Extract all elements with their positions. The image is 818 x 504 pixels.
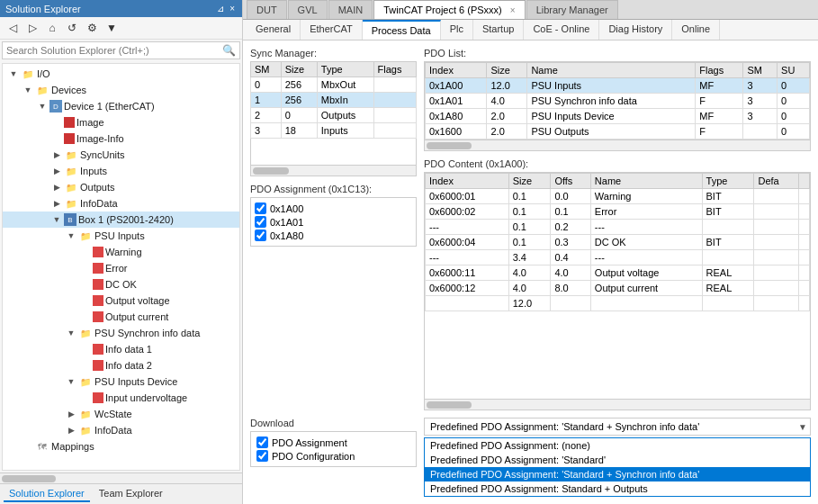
tree-item-wcstate[interactable]: 📁 WcState (3, 406, 239, 422)
tree-item-psusynch[interactable]: 📁 PSU Synchron info data (3, 325, 239, 341)
doc-tab-close[interactable]: × (510, 5, 516, 15)
pdo-list-scrollbar-thumb (427, 142, 472, 149)
process-data-content: Sync Manager: SM Size Type Flags (243, 40, 818, 418)
tab-general[interactable]: General (247, 20, 301, 40)
tree-item-mappings[interactable]: 🗺 Mappings (3, 438, 239, 454)
pdo-check-label-2: 0x1A80 (270, 230, 303, 241)
tree-item-image[interactable]: Image (3, 114, 239, 130)
tree-item-psuinputsdev[interactable]: 📁 PSU Inputs Device (3, 374, 239, 390)
settings-button[interactable]: ⚙ (83, 19, 101, 37)
pdo-list-scrollbar[interactable] (424, 140, 811, 151)
pdo-checkbox-0[interactable] (255, 202, 266, 214)
tree-item-imageinfo[interactable]: Image-Info (3, 130, 239, 147)
tab-ethercat[interactable]: EtherCAT (301, 20, 362, 40)
table-row[interactable]: 0x1600 2.0 PSU Outputs F 0 (426, 124, 810, 140)
dropdown-option-3[interactable]: Predefined PDO Assignment: Standard + Ou… (425, 482, 810, 496)
table-row[interactable]: 0x6000:010.10.0WarningBIT (426, 189, 810, 204)
expander-infodata[interactable] (49, 196, 64, 211)
doc-tab-gvl[interactable]: GVL (288, 0, 328, 19)
doc-tab-library[interactable]: Library Manager (526, 0, 618, 19)
table-row[interactable]: 3 18 Inputs (251, 123, 417, 139)
expander-inputs[interactable] (49, 164, 64, 178)
tree-item-inputunder[interactable]: Input undervoltage (3, 390, 239, 406)
pdo-content-scrollbar[interactable] (424, 400, 811, 410)
tree-item-outputs[interactable]: 📁 Outputs (3, 179, 239, 195)
pdo-configuration-checkbox[interactable] (256, 450, 268, 462)
expander-psuinputsdev[interactable] (64, 374, 78, 389)
tree-item-io[interactable]: 📁 I/O (3, 66, 239, 82)
table-row[interactable]: 0x1A00 12.0 PSU Inputs MF 3 0 (426, 78, 810, 94)
table-row[interactable]: ---3.40.4--- (426, 250, 810, 266)
table-row[interactable]: 0x6000:040.10.3DC OKBIT (426, 235, 810, 250)
table-row[interactable]: 1 256 MbxIn (251, 93, 417, 108)
table-row[interactable]: ---0.10.2--- (426, 220, 810, 235)
pdo-checkbox-2[interactable] (255, 230, 266, 241)
expander-syncunits[interactable] (49, 148, 64, 162)
tree-item-devices[interactable]: 📁 Devices (3, 82, 239, 98)
tab-online[interactable]: Online (672, 20, 720, 40)
tab-solution-explorer[interactable]: Solution Explorer (4, 486, 90, 502)
tree-item-infodata2[interactable]: Info data 2 (3, 357, 239, 374)
home-button[interactable]: ⌂ (43, 19, 61, 37)
tree-item-warning[interactable]: Warning (3, 244, 239, 260)
tree-item-infodata1[interactable]: Info data 1 (3, 341, 239, 357)
expander-wcstate[interactable] (64, 407, 78, 421)
filter-button[interactable]: ▼ (103, 19, 121, 37)
tree-item-infodata3[interactable]: 📁 InfoData (3, 422, 239, 438)
expander-device1[interactable] (35, 99, 49, 113)
tab-team-explorer[interactable]: Team Explorer (94, 486, 168, 502)
table-row[interactable]: 0x6000:114.04.0Output voltageREAL (426, 266, 810, 281)
dropdown-option-1[interactable]: Predefined PDO Assignment: 'Standard' (425, 453, 810, 467)
tree-item-psuinputs[interactable]: 📁 PSU Inputs (3, 228, 239, 244)
tree-item-infodata[interactable]: 📁 InfoData (3, 195, 239, 212)
pdo-content-table: Index Size Offs Name Type Defa (425, 173, 810, 311)
table-row[interactable]: 0 256 MbxOut (251, 77, 417, 93)
sm-scrollbar[interactable] (250, 166, 417, 176)
tree-item-box1[interactable]: B Box 1 (PS2001-2420) (3, 212, 239, 228)
expander-infodata3[interactable] (64, 423, 78, 437)
tree-item-device1[interactable]: D Device 1 (EtherCAT) (3, 98, 239, 114)
expander-io[interactable] (6, 67, 21, 81)
expander-box1[interactable] (49, 212, 64, 227)
table-row[interactable]: 0x6000:020.10.1ErrorBIT (426, 204, 810, 220)
pdo-checkbox-1[interactable] (255, 216, 266, 228)
doc-tab-project[interactable]: TwinCAT Project 6 (PSxxx) × (373, 0, 526, 19)
expander-devices[interactable] (21, 83, 35, 97)
pdo-assignment-checkbox[interactable] (256, 436, 268, 448)
tree-scrollbar-h[interactable] (0, 472, 242, 483)
search-input[interactable] (6, 45, 222, 56)
table-row[interactable]: 0x6000:124.08.0Output currentREAL (426, 281, 810, 296)
predefined-pdo-select[interactable]: Predefined PDO Assignment: (none) Predef… (424, 418, 811, 436)
tab-startup[interactable]: Startup (473, 20, 524, 40)
back-button[interactable]: ◁ (4, 19, 22, 37)
tree-item-error[interactable]: Error (3, 260, 239, 276)
forward-button[interactable]: ▷ (23, 19, 41, 37)
tree-item-dcok[interactable]: DC OK (3, 276, 239, 292)
pin-icon[interactable]: ⊿ (215, 3, 226, 14)
doc-tab-main[interactable]: MAIN (328, 0, 373, 19)
expander-psusynch[interactable] (64, 326, 78, 340)
table-row[interactable]: 0x1A01 4.0 PSU Synchron info data F 3 0 (426, 94, 810, 109)
doc-tab-dut[interactable]: DUT (247, 0, 287, 19)
tab-coeonline[interactable]: CoE - Online (524, 20, 599, 40)
tab-diaghistory[interactable]: Diag History (599, 20, 672, 40)
tab-processdata[interactable]: Process Data (363, 20, 441, 40)
table-row[interactable]: 12.0 (426, 296, 810, 311)
tree-item-outputvolt[interactable]: Output voltage (3, 292, 239, 309)
tab-plc[interactable]: Plc (441, 20, 473, 40)
pdo-row0-flags: MF (696, 78, 743, 94)
pdo-row1-sm: 3 (743, 94, 778, 109)
expander-psuinputs[interactable] (64, 229, 78, 243)
tree-item-outputcurr[interactable]: Output current (3, 309, 239, 325)
expander-outputs[interactable] (49, 180, 64, 194)
dropdown-list: Predefined PDO Assignment: (none) Predef… (424, 437, 811, 497)
tree-item-inputs[interactable]: 📁 Inputs (3, 163, 239, 179)
close-icon[interactable]: × (228, 3, 237, 14)
dropdown-option-0[interactable]: Predefined PDO Assignment: (none) (425, 438, 810, 453)
table-row[interactable]: 2 0 Outputs (251, 108, 417, 123)
dropdown-option-2[interactable]: Predefined PDO Assignment: 'Standard + S… (425, 467, 810, 482)
syncunits-icon: 📁 (64, 148, 78, 162)
tree-item-syncunits[interactable]: 📁 SyncUnits (3, 147, 239, 163)
table-row[interactable]: 0x1A80 2.0 PSU Inputs Device MF 3 0 (426, 109, 810, 124)
refresh-button[interactable]: ↺ (63, 19, 81, 37)
